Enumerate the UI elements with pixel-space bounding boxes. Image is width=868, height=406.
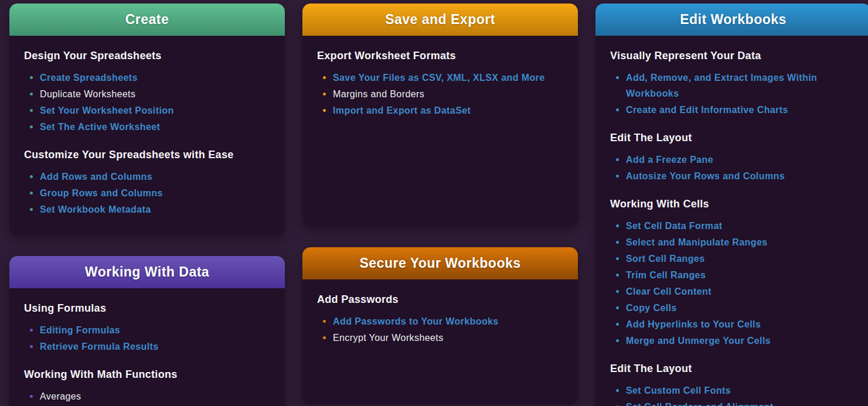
bullet-icon — [616, 76, 619, 79]
list-item: Retrieve Formula Results — [30, 339, 270, 354]
section-heading: Using Formulas — [24, 302, 270, 315]
card-body: Add PasswordsAdd Passwords to Your Workb… — [302, 279, 578, 357]
card-body: Export Worksheet FormatsSave Your Files … — [302, 36, 578, 129]
feature-list: Editing FormulasRetrieve Formula Results — [24, 322, 270, 354]
feature-list: Averages — [24, 388, 270, 404]
section-heading: Working With Math Functions — [24, 369, 270, 381]
list-item: Clear Cell Content — [616, 284, 856, 299]
column-right: Edit WorkbooksVisually Represent Your Da… — [595, 4, 868, 406]
feature-link[interactable]: Merge and Unmerge Your Cells — [626, 336, 771, 346]
feature-link[interactable]: Set Workbook Metadata — [40, 204, 151, 214]
bullet-icon — [616, 175, 619, 178]
feature-link[interactable]: Add a Freeze Pane — [626, 155, 713, 165]
section-heading: Design Your Spreadsheets — [24, 50, 270, 62]
bullet-icon — [30, 125, 33, 128]
feature-link[interactable]: Save Your Files as CSV, XML, XLSX and Mo… — [333, 73, 545, 83]
bullet-icon — [616, 158, 619, 161]
list-item: Add Rows and Columns — [30, 169, 270, 185]
feature-link[interactable]: Set Cell Data Format — [626, 221, 722, 231]
list-item: Create and Edit Informative Charts — [616, 102, 856, 118]
feature-text: Encrypt Your Worksheets — [333, 333, 444, 343]
bullet-icon — [616, 290, 619, 293]
feature-link[interactable]: Select and Manipulate Ranges — [626, 237, 767, 247]
card-body: Design Your SpreadsheetsCreate Spreadshe… — [9, 36, 285, 228]
list-item: Add Passwords to Your Workbooks — [323, 313, 563, 329]
list-item: Set Workbook Metadata — [30, 202, 270, 217]
feature-link[interactable]: Group Rows and Columns — [40, 188, 163, 198]
card-title: Create — [125, 12, 169, 28]
bullet-icon — [30, 208, 33, 211]
card-title: Save and Export — [385, 12, 495, 28]
list-item: Set Cell Data Format — [616, 218, 856, 234]
feature-list: Set Cell Data FormatSelect and Manipulat… — [610, 218, 856, 349]
section-heading: Add Passwords — [317, 294, 563, 306]
feature-link[interactable]: Set Your Worksheet Position — [40, 105, 174, 115]
section-heading: Visually Represent Your Data — [610, 50, 856, 62]
bullet-icon — [30, 93, 33, 95]
list-item: Copy Cells — [616, 300, 856, 316]
feature-link[interactable]: Retrieve Formula Results — [40, 342, 159, 352]
card-title: Secure Your Workbooks — [359, 255, 520, 271]
bullet-icon — [323, 93, 326, 95]
section-heading: Export Worksheet Formats — [317, 50, 563, 62]
bullet-icon — [616, 274, 619, 277]
list-item: Add, Remove, and Extract Images Within W… — [616, 70, 856, 101]
bullet-icon — [616, 306, 619, 309]
feature-link[interactable]: Trim Cell Ranges — [626, 270, 706, 280]
feature-link[interactable]: Set Cell Borders and Alignment — [626, 402, 773, 406]
section-heading: Working With Cells — [610, 198, 856, 210]
card-body: Using FormulasEditing FormulasRetrieve F… — [9, 288, 285, 406]
column-left: CreateDesign Your SpreadsheetsCreate Spr… — [9, 4, 285, 406]
list-item: Add Hyperlinks to Your Cells — [616, 316, 856, 332]
bullet-icon — [30, 175, 33, 178]
feature-link[interactable]: Clear Cell Content — [626, 286, 712, 296]
feature-link[interactable]: Set The Active Worksheet — [40, 122, 160, 132]
bullet-icon — [30, 345, 33, 348]
card-working-with-data-header: Working With Data — [9, 256, 285, 288]
feature-link[interactable]: Create Spreadsheets — [40, 73, 138, 83]
card-title: Edit Workbooks — [680, 12, 787, 28]
bullet-icon — [30, 76, 33, 79]
feature-link[interactable]: Import and Export as DataSet — [333, 105, 471, 115]
card-create: CreateDesign Your SpreadsheetsCreate Spr… — [9, 4, 285, 236]
feature-list: Add Passwords to Your WorkbooksEncrypt Y… — [317, 313, 563, 346]
feature-link[interactable]: Add Hyperlinks to Your Cells — [626, 319, 761, 329]
feature-link[interactable]: Add, Remove, and Extract Images Within W… — [626, 73, 817, 98]
card-secure-your-workbooks: Secure Your WorkbooksAdd PasswordsAdd Pa… — [302, 247, 578, 404]
feature-link[interactable]: Add Rows and Columns — [40, 172, 152, 182]
feature-list: Add Rows and ColumnsGroup Rows and Colum… — [24, 169, 270, 217]
list-item: Import and Export as DataSet — [323, 103, 563, 118]
feature-link[interactable]: Add Passwords to Your Workbooks — [333, 316, 499, 326]
feature-list: Set Custom Cell FontsSet Cell Borders an… — [610, 383, 856, 406]
feature-list: Create SpreadsheetsDuplicate WorksheetsS… — [24, 70, 270, 135]
list-item: Save Your Files as CSV, XML, XLSX and Mo… — [323, 70, 563, 86]
card-create-header: Create — [9, 4, 285, 36]
list-item: Group Rows and Columns — [30, 185, 270, 201]
bullet-icon — [616, 241, 619, 244]
bullet-icon — [323, 109, 326, 112]
card-working-with-data: Working With DataUsing FormulasEditing F… — [9, 256, 285, 406]
feature-link[interactable]: Autosize Your Rows and Columns — [626, 171, 785, 181]
feature-link[interactable]: Editing Formulas — [40, 325, 120, 335]
list-item: Sort Cell Ranges — [616, 251, 856, 267]
list-item: Set The Active Worksheet — [30, 119, 270, 135]
feature-link[interactable]: Sort Cell Ranges — [626, 254, 704, 264]
bullet-icon — [323, 336, 326, 339]
feature-link[interactable]: Copy Cells — [626, 303, 677, 313]
list-item: Set Custom Cell Fonts — [616, 383, 856, 398]
bullet-icon — [616, 389, 619, 392]
bullet-icon — [616, 257, 619, 260]
list-item: Encrypt Your Worksheets — [323, 330, 563, 346]
list-item: Duplicate Worksheets — [30, 86, 270, 102]
bullet-icon — [30, 395, 33, 398]
list-item: Create Spreadsheets — [30, 70, 270, 86]
feature-link[interactable]: Create and Edit Informative Charts — [626, 105, 788, 115]
feature-text: Margins and Borders — [333, 89, 424, 99]
card-edit-workbooks-header: Edit Workbooks — [595, 4, 868, 36]
feature-link[interactable]: Set Custom Cell Fonts — [626, 385, 731, 395]
list-item: Add a Freeze Pane — [616, 152, 856, 168]
list-item: Set Your Worksheet Position — [30, 103, 270, 118]
feature-text: Duplicate Worksheets — [40, 89, 135, 99]
card-body: Visually Represent Your DataAdd, Remove,… — [595, 36, 868, 406]
bullet-icon — [616, 323, 619, 326]
